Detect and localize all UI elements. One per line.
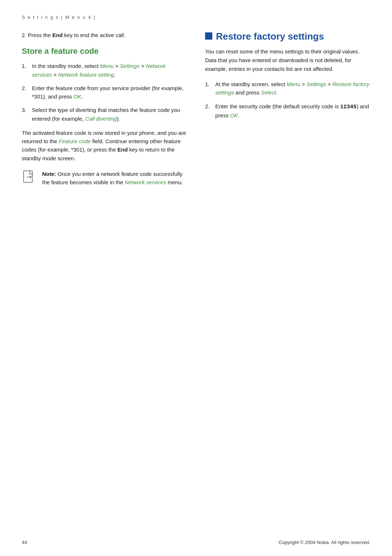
security-code: 12345 bbox=[340, 104, 356, 110]
note-content: Note: Once you enter a network feature c… bbox=[42, 170, 187, 187]
store-feature-code-heading: Store a feature code bbox=[22, 47, 187, 56]
right-list: 1. At the standby screen, select Menu > … bbox=[205, 80, 370, 120]
link-menu-right: Menu bbox=[287, 81, 301, 87]
list-item-1: 1. In the standby mode, select Menu > Se… bbox=[22, 62, 187, 79]
footer: 44 Copyright © 2004 Nokia. All rights re… bbox=[22, 540, 370, 545]
link-select: Select bbox=[261, 89, 276, 96]
copyright: Copyright © 2004 Nokia. All rights reser… bbox=[279, 540, 370, 545]
page-number: 44 bbox=[22, 540, 27, 545]
link-settings-1: Settings bbox=[120, 63, 139, 69]
list-item-3-content: Select the type of diverting that matche… bbox=[32, 106, 187, 123]
link-call-diverting: Call diverting bbox=[85, 116, 117, 122]
note-label: Note: bbox=[42, 171, 56, 177]
left-list: 1. In the standby mode, select Menu > Se… bbox=[22, 62, 187, 123]
list-item-1-content: In the standby mode, select Menu > Setti… bbox=[32, 62, 187, 79]
end-key-label: End bbox=[52, 32, 62, 38]
link-network-feature-setting: Network feature setting bbox=[58, 72, 114, 78]
link-menu-1: Menu bbox=[100, 63, 114, 69]
link-feature-code: Feature code bbox=[59, 138, 91, 144]
intro-item-2-text: Press the bbox=[28, 32, 53, 38]
right-col-intro-para: You can reset some of the menu settings … bbox=[205, 47, 370, 73]
intro-item-2-number: 2. bbox=[22, 32, 26, 38]
link-settings-right: Settings bbox=[306, 81, 326, 87]
list-item-2-content: Enter the feature code from your service… bbox=[32, 84, 187, 101]
link-ok-right: OK bbox=[230, 112, 238, 118]
left-column: 2. Press the End key to end the active c… bbox=[22, 31, 187, 192]
right-list-item-2-content: Enter the security code (the default sec… bbox=[215, 102, 370, 120]
right-list-item-2-num: 2. bbox=[205, 102, 212, 120]
list-item-2-num: 2. bbox=[22, 84, 28, 101]
restore-factory-settings-heading-container: Restore factory settings bbox=[205, 31, 370, 42]
blue-box-icon bbox=[205, 32, 212, 40]
para-block-1: The activated feature code is now stored… bbox=[22, 129, 187, 162]
note-icon bbox=[22, 170, 36, 184]
intro-item-2: 2. Press the End key to end the active c… bbox=[22, 31, 187, 39]
list-item-1-num: 1. bbox=[22, 62, 28, 79]
restore-factory-settings-heading: Restore factory settings bbox=[216, 31, 324, 42]
note-box: Note: Once you enter a network feature c… bbox=[22, 170, 187, 187]
intro-item-2-end: key to end the active call. bbox=[63, 32, 126, 38]
link-network-services-note: Network services bbox=[125, 179, 166, 185]
list-item-3-num: 3. bbox=[22, 106, 28, 123]
end-key-label-2: End bbox=[117, 146, 127, 153]
breadcrumb: S e t t i n g s ( M e n u 4 ) bbox=[22, 15, 370, 20]
list-item-2: 2. Enter the feature code from your serv… bbox=[22, 84, 187, 101]
right-list-item-1-num: 1. bbox=[205, 80, 212, 97]
list-item-3: 3. Select the type of diverting that mat… bbox=[22, 106, 187, 123]
right-column: Restore factory settings You can reset s… bbox=[205, 31, 370, 192]
right-list-item-1-content: At the standby screen, select Menu > Set… bbox=[215, 80, 370, 97]
right-list-item-1: 1. At the standby screen, select Menu > … bbox=[205, 80, 370, 97]
right-list-item-2: 2. Enter the security code (the default … bbox=[205, 102, 370, 120]
link-ok-1: OK bbox=[73, 93, 81, 100]
